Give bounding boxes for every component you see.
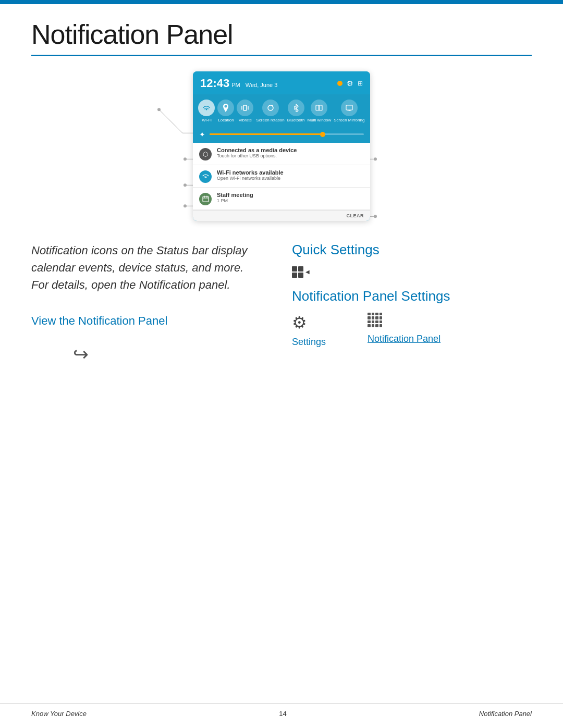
svg-rect-21 bbox=[316, 105, 319, 110]
qs-multiwindow: Multi window bbox=[307, 100, 331, 123]
page-header: Notification Panel bbox=[0, 4, 563, 50]
notif-usb-title: Connected as a media device bbox=[217, 147, 364, 153]
svg-point-14 bbox=[183, 204, 187, 207]
notif-wifi: Wi-Fi networks available Open Wi-Fi netw… bbox=[193, 165, 370, 188]
qs-location-label: Location bbox=[218, 118, 234, 123]
qs-vibrate: Vibrate bbox=[237, 100, 253, 123]
notification-panel-link[interactable]: Notification Panel bbox=[368, 334, 440, 344]
quick-settings-icon-wrap: ◀ bbox=[292, 266, 532, 278]
notification-panel-settings-heading: Notification Panel Settings bbox=[292, 288, 532, 304]
notif-wifi-icon bbox=[199, 170, 212, 183]
status-date: Wed, June 3 bbox=[246, 82, 278, 88]
notif-wifi-title: Wi-Fi networks available bbox=[217, 169, 364, 176]
page-footer: Know Your Device 14 Notification Panel bbox=[0, 703, 563, 718]
svg-rect-22 bbox=[320, 105, 323, 110]
grid-arrow-icon: ◀ bbox=[305, 269, 310, 275]
qs-vibrate-icon bbox=[237, 100, 253, 116]
qs-mirroring: Screen Mirroring bbox=[334, 100, 364, 123]
footer-right: Notification Panel bbox=[479, 710, 532, 718]
brightness-icon: ✦ bbox=[199, 130, 205, 139]
qs-wifi-icon bbox=[198, 100, 215, 116]
brightness-bar bbox=[210, 133, 364, 135]
notif-usb-text: Connected as a media device Touch for ot… bbox=[217, 147, 364, 158]
notif-usb: ⬡ Connected as a media device Touch for … bbox=[193, 143, 370, 165]
brightness-thumb bbox=[320, 132, 325, 137]
notif-usb-icon: ⬡ bbox=[199, 148, 212, 161]
phone-section: 12:43 PM Wed, June 3 ⚙ ⊞ Wi-Fi bbox=[31, 56, 532, 226]
status-time: 12:43 bbox=[200, 77, 229, 90]
qs-bluetooth: Bluetooth bbox=[287, 100, 305, 123]
qs-mirroring-icon bbox=[341, 100, 358, 116]
apps-area: Notification Panel bbox=[368, 313, 440, 355]
qs-rotation-icon bbox=[262, 100, 279, 116]
view-notification-panel-link[interactable]: View the Notification Panel bbox=[31, 314, 261, 328]
qs-multiwindow-label: Multi window bbox=[307, 118, 331, 123]
status-bar: 12:43 PM Wed, June 3 ⚙ ⊞ bbox=[193, 71, 370, 94]
settings-status-icon: ⚙ bbox=[347, 79, 353, 88]
svg-rect-18 bbox=[243, 105, 247, 110]
notif-calendar-icon bbox=[199, 193, 212, 205]
qs-bluetooth-label: Bluetooth bbox=[287, 118, 305, 123]
clear-button[interactable]: CLEAR bbox=[347, 213, 364, 218]
svg-point-12 bbox=[183, 183, 187, 187]
qs-location-icon bbox=[217, 100, 234, 116]
svg-point-16 bbox=[374, 215, 377, 218]
notif-calendar-title: Staff meeting bbox=[217, 192, 364, 198]
settings-link[interactable]: Settings bbox=[292, 337, 326, 348]
status-time-period: PM bbox=[231, 82, 240, 88]
grid-status-icon: ⊞ bbox=[358, 80, 363, 87]
settings-gear-icon: ⚙ bbox=[292, 313, 307, 332]
qs-wifi: Wi-Fi bbox=[198, 100, 215, 123]
bottom-section: Notification icons on the Status bar dis… bbox=[31, 226, 532, 376]
brightness-row: ✦ bbox=[193, 128, 370, 143]
settings-icon-wrap: ⚙ bbox=[292, 313, 326, 332]
svg-point-2 bbox=[157, 108, 161, 111]
settings-area: ⚙ Settings bbox=[292, 313, 326, 352]
grid-cell-4 bbox=[298, 273, 303, 278]
svg-point-8 bbox=[374, 157, 377, 161]
main-content: 12:43 PM Wed, June 3 ⚙ ⊞ Wi-Fi bbox=[0, 56, 563, 376]
qs-rotation: Screen rotation bbox=[256, 100, 284, 123]
quick-settings-row: Wi-Fi Location Vibrate bbox=[193, 94, 370, 128]
svg-line-1 bbox=[159, 109, 182, 133]
grid-cell-1 bbox=[292, 266, 297, 272]
clear-row: CLEAR bbox=[193, 210, 370, 221]
phone-mockup: 12:43 PM Wed, June 3 ⚙ ⊞ Wi-Fi bbox=[193, 71, 370, 221]
top-bar bbox=[0, 0, 563, 4]
footer-page-number: 14 bbox=[279, 710, 286, 718]
notification-dot bbox=[337, 81, 342, 86]
qs-multiwindow-icon bbox=[311, 100, 327, 116]
notif-wifi-text: Wi-Fi networks available Open Wi-Fi netw… bbox=[217, 169, 364, 181]
apps-grid-icon bbox=[368, 313, 382, 327]
qs-wifi-label: Wi-Fi bbox=[202, 118, 212, 123]
notif-calendar: Staff meeting 1 PM bbox=[193, 188, 370, 210]
back-arrow-wrap: ↩ bbox=[73, 343, 261, 365]
qs-mirroring-label: Screen Mirroring bbox=[334, 118, 364, 123]
grid-cell-2 bbox=[298, 266, 303, 272]
grid-cell-3 bbox=[292, 273, 297, 278]
svg-rect-23 bbox=[346, 105, 352, 110]
brightness-fill bbox=[210, 133, 325, 135]
qs-rotation-label: Screen rotation bbox=[256, 118, 284, 123]
notif-wifi-sub: Open Wi-Fi networks available bbox=[217, 176, 364, 181]
left-column: Notification icons on the Status bar dis… bbox=[31, 242, 282, 376]
quick-settings-grid-icon bbox=[292, 266, 303, 278]
notif-usb-sub: Touch for other USB options. bbox=[217, 153, 364, 158]
qs-bluetooth-icon bbox=[288, 100, 304, 116]
svg-rect-26 bbox=[203, 196, 209, 202]
right-column: Quick Settings ◀ Notification Panel Sett… bbox=[282, 242, 532, 376]
status-icons: ⚙ ⊞ bbox=[337, 79, 363, 88]
page-title: Notification Panel bbox=[31, 20, 532, 50]
svg-point-10 bbox=[183, 157, 187, 161]
notif-calendar-text: Staff meeting 1 PM bbox=[217, 192, 364, 203]
description-text: Notification icons on the Status bar dis… bbox=[31, 242, 261, 293]
footer-left: Know Your Device bbox=[31, 710, 87, 718]
qs-location: Location bbox=[217, 100, 234, 123]
quick-settings-heading: Quick Settings bbox=[292, 242, 532, 258]
qs-vibrate-label: Vibrate bbox=[239, 118, 252, 123]
back-arrow-icon: ↩ bbox=[73, 343, 89, 365]
notif-calendar-sub: 1 PM bbox=[217, 198, 364, 203]
